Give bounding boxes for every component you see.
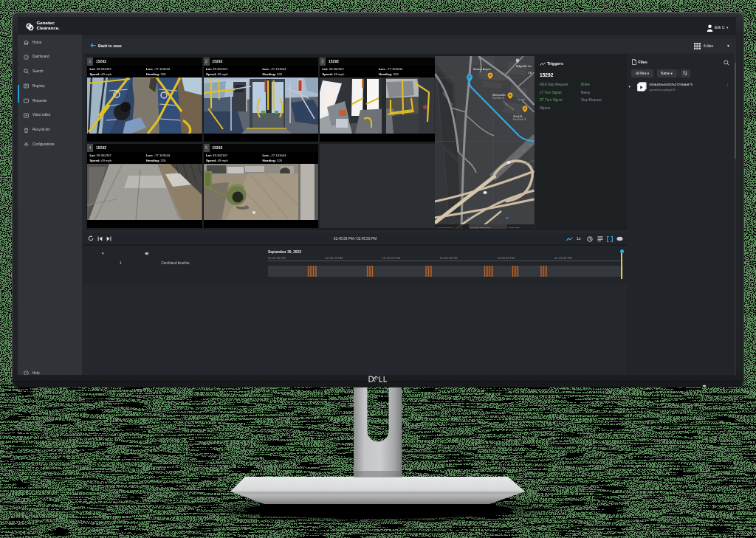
svg-text:Conveni: Conveni — [518, 98, 526, 101]
svg-text:7-E: 7-E — [528, 72, 532, 75]
svg-text:Fast Floo - $: Fast Floo - $ — [492, 97, 505, 100]
svg-text:Ridgeville Car: Ridgeville Car — [516, 65, 532, 68]
svg-text:Keyboard shortcuts: Keyboard shortcuts — [437, 226, 453, 228]
svg-text:Map data ©2023 Google: Map data ©2023 Google — [470, 226, 491, 228]
svg-text:Fast Food - $: Fast Food - $ — [513, 118, 526, 121]
svg-text:?: ? — [25, 371, 27, 375]
svg-text:Mamma Angela: Mamma Angela — [473, 68, 491, 71]
svg-text:Terms of Use: Terms of Use — [509, 226, 520, 228]
